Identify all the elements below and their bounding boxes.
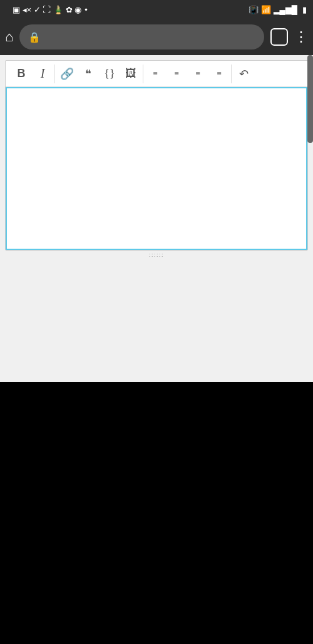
home-icon[interactable]: ⌂: [5, 29, 13, 45]
editor: B I 🔗 ❝ {} 🖼 ≡ ≡ ≡ ≡ ↶: [5, 60, 308, 251]
heading-button[interactable]: ≡: [187, 61, 208, 86]
italic-button[interactable]: I: [32, 61, 53, 86]
editor-toolbar: B I 🔗 ❝ {} 🖼 ≡ ≡ ≡ ≡ ↶: [6, 61, 307, 87]
menu-icon[interactable]: ⋮: [294, 29, 308, 45]
status-bar: ▣ ◂× ✓ ⛶ 🎍 ✿ ◉ • 📳 📶 ▂▄▆█ ▮: [0, 0, 313, 19]
status-icons-left: ▣ ◂× ✓ ⛶ 🎍 ✿ ◉: [13, 5, 81, 14]
browser-bar: ⌂ 🔒 ⋮: [0, 19, 313, 55]
link-button[interactable]: 🔗: [56, 61, 78, 86]
undo-button[interactable]: ↶: [233, 61, 254, 86]
status-wifi-icon: 📶: [261, 5, 271, 14]
editor-textarea[interactable]: [6, 87, 307, 250]
format-help: [5, 259, 308, 266]
image-button[interactable]: 🖼: [120, 61, 141, 86]
scrollbar[interactable]: [307, 55, 313, 143]
tab-switcher[interactable]: [270, 28, 288, 46]
status-vibrate-icon: 📳: [249, 5, 259, 14]
bullet-list-button[interactable]: ≡: [166, 61, 187, 86]
lock-icon: 🔒: [28, 31, 41, 43]
code-button[interactable]: {}: [99, 61, 120, 86]
url-bar[interactable]: 🔒: [19, 24, 264, 49]
resize-handle[interactable]: ∷∷∷: [5, 251, 308, 259]
status-battery-icon: ▮: [302, 5, 307, 14]
status-signal-icon: ▂▄▆█: [274, 5, 297, 14]
hr-button[interactable]: ≡: [208, 61, 230, 86]
numbered-list-button[interactable]: ≡: [145, 61, 166, 86]
page-content: B I 🔗 ❝ {} 🖼 ≡ ≡ ≡ ≡ ↶ ∷∷∷: [0, 55, 313, 382]
bold-button[interactable]: B: [11, 61, 32, 86]
quote-button[interactable]: ❝: [78, 61, 99, 86]
